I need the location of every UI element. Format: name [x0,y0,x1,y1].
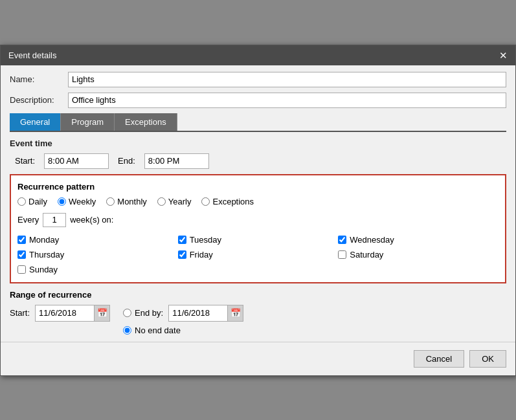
end-label: End: [118,156,135,166]
cancel-button[interactable]: Cancel [414,350,464,368]
radio-no-end[interactable] [123,326,131,335]
radio-yearly-input[interactable] [157,197,166,206]
radio-monthly-input[interactable] [106,197,115,206]
end-by-row: End by: 📅 [123,305,243,322]
name-input[interactable] [68,72,506,87]
every-input[interactable] [43,213,66,227]
name-label: Name: [10,74,68,84]
checkbox-tuesday[interactable] [178,236,186,244]
radio-weekly-input[interactable] [58,197,66,206]
radio-exceptions-input[interactable] [201,197,210,206]
radio-end-by[interactable] [123,309,131,317]
dialog-footer: Cancel OK [1,342,515,375]
range-end-options: End by: 📅 No end date [123,305,243,335]
end-time-input[interactable] [144,153,209,169]
range-row: Start: 📅 End by: [10,305,506,335]
range-section: Range of recurrence Start: 📅 End by: [10,290,506,335]
checkbox-wednesday[interactable] [338,236,346,244]
day-thursday-label: Thursday [29,250,64,260]
start-label: Start: [15,156,35,166]
start-calendar-button[interactable]: 📅 [94,305,109,321]
recurrence-radio-row: Daily Weekly Monthly Yearly Exceptions [17,197,499,206]
radio-monthly-label: Monthly [117,197,147,206]
day-thursday[interactable]: Thursday [17,249,178,261]
tabs: General Program Exceptions [10,113,506,132]
day-monday[interactable]: Monday [17,234,178,246]
radio-monthly[interactable]: Monthly [106,197,147,206]
checkbox-friday[interactable] [178,250,186,259]
recurrence-pattern-box: Recurrence pattern Daily Weekly Monthly [10,174,506,283]
radio-exceptions[interactable]: Exceptions [201,197,254,206]
day-friday[interactable]: Friday [178,249,339,261]
tab-general[interactable]: General [10,113,61,131]
event-time-row: Start: End: [15,153,506,169]
every-row: Every week(s) on: [17,213,499,227]
radio-daily-input[interactable] [17,197,26,206]
radio-exceptions-label: Exceptions [212,197,254,206]
event-time-title: Event time [10,138,506,148]
day-monday-label: Monday [29,235,59,245]
radio-daily-label: Daily [28,197,47,206]
day-saturday-label: Saturday [350,250,383,260]
end-by-label: End by: [135,308,163,318]
every-label: Every [17,215,39,225]
checkbox-thursday[interactable] [17,250,26,259]
name-row: Name: [10,72,506,87]
end-date-input[interactable] [169,305,227,321]
range-title: Range of recurrence [10,290,506,300]
end-date-wrap: 📅 [168,305,243,322]
checkbox-saturday[interactable] [338,250,346,259]
days-grid: Monday Tuesday Wednesday Thursday F [17,234,499,276]
day-sunday[interactable]: Sunday [17,263,178,276]
day-wednesday[interactable]: Wednesday [338,234,499,246]
day-tuesday[interactable]: Tuesday [178,234,339,246]
day-wednesday-label: Wednesday [350,235,394,245]
radio-weekly-label: Weekly [69,197,96,206]
tab-exceptions[interactable]: Exceptions [115,113,177,131]
checkbox-sunday[interactable] [17,265,26,274]
checkbox-monday[interactable] [17,236,26,244]
description-row: Description: [10,93,506,108]
day-tuesday-label: Tuesday [190,235,221,245]
tab-program[interactable]: Program [61,113,115,131]
title-bar: Event details ✕ [1,45,515,65]
start-time-input[interactable] [44,153,109,169]
start-date-wrap: 📅 [35,305,110,322]
day-sunday-label: Sunday [29,265,58,274]
radio-weekly[interactable]: Weekly [58,197,96,206]
description-label: Description: [10,95,68,105]
day-friday-label: Friday [190,250,213,260]
start-date-input[interactable] [36,305,94,321]
end-calendar-button[interactable]: 📅 [227,305,243,321]
event-details-dialog: Event details ✕ Name: Description: Gener… [0,45,516,376]
end-by-option[interactable]: End by: [123,308,163,318]
no-end-date-option[interactable]: No end date [123,326,243,335]
radio-daily[interactable]: Daily [17,197,47,206]
dialog-title: Event details [8,50,56,60]
close-button[interactable]: ✕ [499,50,508,60]
recurrence-title: Recurrence pattern [17,182,499,192]
day-saturday[interactable]: Saturday [338,249,499,261]
range-start: Start: 📅 [10,305,110,322]
radio-yearly-label: Yearly [168,197,192,206]
dialog-body: Name: Description: General Program Excep… [1,65,515,342]
radio-yearly[interactable]: Yearly [157,197,192,206]
description-input[interactable] [68,93,506,108]
no-end-label: No end date [135,326,181,335]
ok-button[interactable]: OK [469,350,506,368]
range-start-label: Start: [10,308,30,318]
every-suffix: week(s) on: [70,215,113,225]
event-time-section: Event time Start: End: [10,138,506,169]
